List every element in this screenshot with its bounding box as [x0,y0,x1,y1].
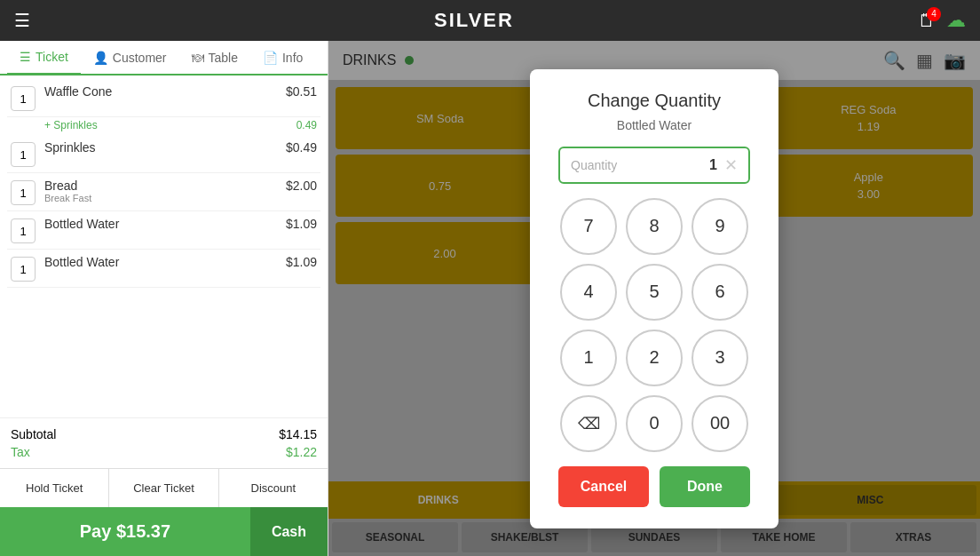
modal-subtitle: Bottled Water [558,118,750,132]
tab-ticket-label: Ticket [36,50,68,64]
item-price: $0.51 [273,84,317,99]
info-icon: 📄 [263,51,278,65]
tab-ticket[interactable]: ☰ Ticket [7,41,81,75]
subtotal-label: Subtotal [11,427,56,441]
item-qty: 1 [11,86,36,111]
tax-row: Tax $1.22 [11,443,317,461]
key-00[interactable]: 00 [692,395,748,452]
modifier-price: 0.49 [296,119,317,131]
tab-bar: ☰ Ticket 👤 Customer 🍽 Table 📄 Info [0,41,328,75]
item-price: $2.00 [273,179,317,193]
order-list: 1 Waffle Cone $0.51 + Sprinkles 0.49 1 S… [0,75,328,417]
table-icon: 🍽 [192,51,204,65]
change-quantity-modal: Change Quantity Bottled Water Quantity 1… [530,69,778,528]
item-modifier: + Sprinkles [44,119,98,131]
item-qty: 1 [11,180,36,205]
key-1[interactable]: 1 [560,330,617,386]
tax-value: $1.22 [286,445,317,459]
quantity-input-row: Quantity 1 ✕ [558,147,750,184]
item-qty: 1 [11,218,36,243]
clear-ticket-button[interactable]: Clear Ticket [109,469,218,507]
key-4[interactable]: 4 [560,264,617,321]
notif-badge: 4 [927,7,941,21]
hold-ticket-button[interactable]: Hold Ticket [0,469,109,507]
keypad: 7 8 9 4 5 6 1 2 3 ⌫ [558,198,750,452]
table-row[interactable]: 1 Waffle Cone $0.51 [7,79,320,117]
keypad-row: ⌫ 0 00 [558,395,750,452]
customer-icon: 👤 [93,51,108,65]
action-buttons: Hold Ticket Clear Ticket Discount [0,468,328,507]
notification-icon[interactable]: 🗒 4 [918,11,936,31]
table-row[interactable]: 1 Bottled Water $1.09 [7,211,320,250]
qty-input-label: Quantity [571,158,709,172]
item-name: Bottled Water [44,217,273,231]
right-panel: DRINKS 🔍 ▦ 📷 SM Soda LG Soda 1.39 [328,41,980,556]
left-panel: ☰ Ticket 👤 Customer 🍽 Table 📄 Info 1 [0,41,328,556]
keypad-row: 7 8 9 [558,198,750,255]
tab-customer[interactable]: 👤 Customer [81,41,179,74]
top-bar: ☰ SILVER 🗒 4 ☁ [0,0,980,41]
subtotal-area: Subtotal $14.15 Tax $1.22 [0,417,328,468]
item-sub: Break Fast [44,193,273,203]
key-9[interactable]: 9 [692,198,748,255]
tab-table[interactable]: 🍽 Table [179,41,250,74]
cloud-icon: ☁ [946,9,966,32]
item-name: Bread [44,179,273,193]
tab-customer-label: Customer [113,51,167,65]
modal-title: Change Quantity [558,91,750,111]
key-3[interactable]: 3 [692,330,748,386]
item-name: Waffle Cone [44,84,273,99]
modal-overlay: Change Quantity Bottled Water Quantity 1… [328,41,980,556]
item-name: Sprinkles [44,140,273,155]
subtotal-row: Subtotal $14.15 [11,425,317,443]
hamburger-icon[interactable]: ☰ [14,10,30,31]
tax-label: Tax [11,445,30,459]
item-price: $1.09 [273,255,317,269]
qty-clear-icon[interactable]: ✕ [724,155,738,175]
table-row[interactable]: 1 Bottled Water $1.09 [7,250,320,288]
table-row[interactable]: 1 Bread Break Fast $2.00 [7,173,320,211]
tab-info[interactable]: 📄 Info [250,41,315,74]
item-price: $0.49 [273,140,317,155]
tab-info-label: Info [282,51,303,65]
cancel-button[interactable]: Cancel [558,466,649,507]
done-button[interactable]: Done [660,466,750,507]
key-backspace[interactable]: ⌫ [560,395,617,452]
pay-button[interactable]: Pay $15.37 [0,507,250,556]
qty-input-value: 1 [709,157,717,173]
item-price: $1.09 [273,217,317,231]
key-5[interactable]: 5 [626,264,683,321]
ticket-icon: ☰ [20,50,31,64]
keypad-row: 1 2 3 [558,330,750,386]
table-row[interactable]: 1 Sprinkles $0.49 [7,135,320,173]
key-8[interactable]: 8 [626,198,683,255]
key-6[interactable]: 6 [692,264,748,321]
discount-button[interactable]: Discount [219,469,328,507]
key-2[interactable]: 2 [626,330,683,386]
pay-bar: Pay $15.37 Cash [0,507,328,556]
key-7[interactable]: 7 [560,198,617,255]
keypad-row: 4 5 6 [558,264,750,321]
cash-button[interactable]: Cash [250,507,328,556]
modifier-row: + Sprinkles 0.49 [7,117,320,135]
item-name: Bottled Water [44,255,273,269]
item-qty: 1 [11,257,36,282]
tab-table-label: Table [209,51,238,65]
modal-actions: Cancel Done [558,466,750,507]
app-title: SILVER [434,9,514,32]
key-0[interactable]: 0 [626,395,683,452]
item-qty: 1 [11,142,36,167]
subtotal-value: $14.15 [279,427,317,441]
main-content: ☰ Ticket 👤 Customer 🍽 Table 📄 Info 1 [0,41,980,556]
